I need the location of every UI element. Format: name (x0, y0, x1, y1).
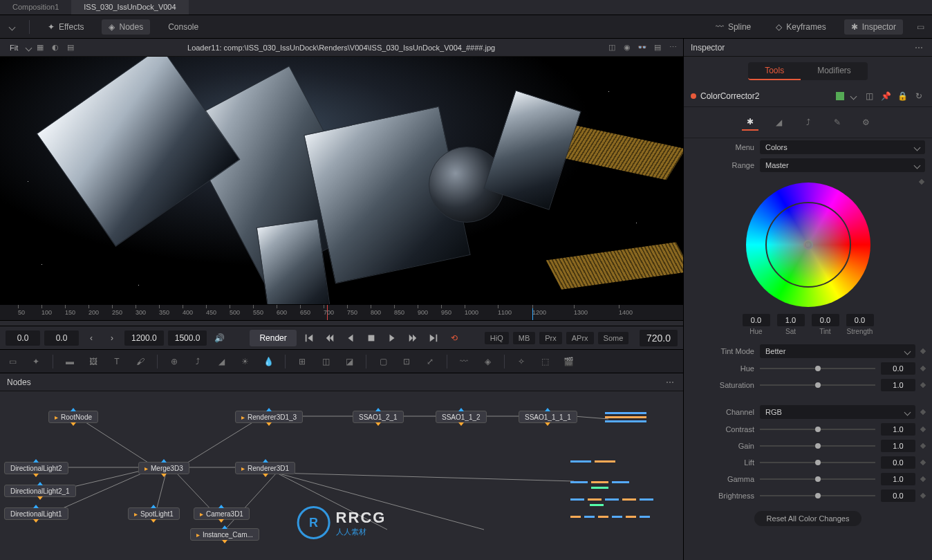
node-dirlight21[interactable]: DirectionalLight2_1 (4, 485, 76, 497)
time-start[interactable]: 0.0 (6, 330, 40, 346)
stereo-icon[interactable]: 👓 (636, 41, 649, 54)
levels-icon[interactable]: ◢ (214, 355, 228, 368)
levels-tab-icon[interactable]: ◢ (771, 114, 787, 131)
bg-tool-icon[interactable]: ▭ (6, 355, 19, 368)
hue-value[interactable]: 0.0 (743, 314, 770, 326)
keyframes-button[interactable]: ◇Keyframes (769, 19, 832, 35)
render3d-icon[interactable]: 🎬 (561, 355, 575, 368)
brightness-value[interactable]: 0.0 (881, 489, 915, 502)
play-button[interactable] (384, 330, 400, 346)
fit-dropdown[interactable]: Fit (4, 42, 24, 53)
gain-key[interactable] (920, 443, 926, 449)
prx-toggle[interactable]: Prx (539, 332, 562, 344)
fastnoise-icon[interactable]: ✦ (29, 355, 43, 368)
snapshot-icon[interactable]: ◉ (621, 41, 633, 54)
hue2-value[interactable]: 0.0 (881, 362, 915, 375)
channel-select[interactable]: RGB (760, 405, 915, 419)
particle-icon[interactable]: ✧ (514, 355, 528, 368)
gamma-key[interactable] (920, 476, 926, 482)
lock-icon[interactable]: 🔒 (896, 90, 908, 102)
console-button[interactable]: Console (161, 19, 205, 35)
brightness-slider[interactable] (760, 495, 875, 496)
view-menu-icon[interactable]: ▤ (651, 41, 664, 54)
tracker-icon[interactable]: ⊕ (167, 355, 181, 368)
node-ssao21[interactable]: SSAO1_2_1 (353, 411, 404, 423)
reset-icon[interactable]: ↻ (913, 90, 925, 102)
curve-icon[interactable]: ⤴ (191, 355, 205, 368)
stop-button[interactable] (363, 330, 380, 346)
tab-file[interactable]: ISS_030_IssUnDock_V004 (71, 0, 188, 15)
matte-icon[interactable]: ▢ (376, 355, 390, 368)
lift-key[interactable] (920, 460, 926, 465)
lift-slider[interactable] (760, 462, 875, 463)
node-dirlight1[interactable]: DirectionalLight1 (4, 507, 68, 520)
supp-tab-icon[interactable]: ✎ (829, 114, 846, 131)
node-enable-dot[interactable] (691, 93, 696, 99)
inspector-button[interactable]: ✱Inspector (844, 19, 903, 35)
rewind-button[interactable] (321, 330, 338, 346)
brush-icon[interactable]: 🖌 (133, 355, 147, 368)
wheel-center[interactable]: M (803, 240, 813, 250)
time-ruler[interactable]: 50 100 150 200 250 300 350 400 450 500 5… (0, 304, 683, 321)
node-spotlight[interactable]: ▸SpotLight1 (128, 507, 180, 520)
mb-toggle[interactable]: MB (513, 332, 536, 344)
ffwd-button[interactable] (404, 330, 421, 346)
channel-key[interactable] (920, 409, 926, 415)
tab-composition[interactable]: Composition1 (0, 0, 71, 15)
contrast-slider[interactable] (760, 429, 875, 430)
options-icon[interactable]: ⋯ (667, 41, 679, 54)
tab-tools[interactable]: Tools (748, 62, 801, 80)
time-out[interactable]: 1500.0 (168, 330, 207, 346)
step-back-button[interactable]: ‹ (83, 330, 100, 346)
menu-select[interactable]: Colors (760, 140, 925, 154)
reset-button[interactable]: Reset All Color Changes (754, 511, 862, 526)
contrast-value[interactable]: 1.0 (881, 423, 915, 436)
audio-icon[interactable]: 🔊 (211, 330, 227, 346)
color-swatch[interactable] (836, 92, 844, 100)
sat-value[interactable]: 1.0 (777, 314, 805, 326)
node-ssao111[interactable]: SSAO1_1_1_1 (519, 411, 577, 423)
goto-end-button[interactable] (425, 330, 442, 346)
viewer[interactable] (0, 57, 683, 304)
effects-button[interactable]: ✦Effects (41, 19, 91, 35)
split-icon[interactable]: ◫ (606, 41, 618, 54)
layout-icon[interactable]: ▭ (914, 21, 926, 33)
xf-icon[interactable]: ◫ (319, 355, 333, 368)
curves-tab-icon[interactable]: ⤴ (800, 114, 817, 131)
hue-slider[interactable] (760, 368, 875, 369)
planar-icon[interactable]: ◈ (481, 355, 494, 368)
node-instance[interactable]: ▸Instance_Cam... (190, 528, 259, 541)
lift-value[interactable]: 0.0 (881, 456, 915, 469)
tintmode-key[interactable] (920, 348, 926, 354)
step-fwd-button[interactable]: › (104, 330, 120, 346)
blur-icon[interactable]: 💧 (261, 355, 275, 368)
settings-tab-icon[interactable]: ⚙ (858, 114, 875, 131)
node-merge3d[interactable]: ▸Merge3D3 (138, 462, 189, 474)
hiq-toggle[interactable]: HiQ (485, 332, 509, 344)
play-back-button[interactable] (342, 330, 359, 346)
grid-icon[interactable]: ▦ (34, 41, 46, 54)
tab-modifiers[interactable]: Modifiers (801, 62, 868, 80)
spline-tool-icon[interactable]: 〰 (457, 355, 471, 368)
time-end[interactable]: 720.0 (640, 330, 678, 346)
nodes-options-icon[interactable]: ⋯ (664, 376, 676, 389)
render-button[interactable]: Render (250, 330, 296, 346)
strength-value[interactable]: 0.0 (846, 314, 874, 326)
tintmode-select[interactable]: Better (760, 344, 915, 358)
satur-value[interactable]: 1.0 (881, 379, 915, 391)
brightness-key[interactable] (920, 493, 926, 498)
crop-icon[interactable]: ⊡ (400, 355, 413, 368)
range-select[interactable]: Master (760, 158, 925, 172)
contrast-key[interactable] (920, 427, 926, 432)
tint-value[interactable]: 0.0 (812, 314, 839, 326)
color-wheel[interactable]: M (746, 183, 870, 307)
img-icon[interactable]: 🖼 (86, 355, 100, 368)
gamma-slider[interactable] (760, 478, 875, 480)
node-renderer13[interactable]: ▸Renderer3D1_3 (235, 411, 303, 423)
spline-button[interactable]: 〰Spline (709, 19, 758, 35)
some-toggle[interactable]: Some (598, 332, 629, 344)
color-tab-icon[interactable]: ✱ (742, 114, 758, 131)
text-icon[interactable]: T (110, 355, 124, 368)
node-ssao12[interactable]: SSAO1_1_2 (436, 411, 487, 423)
merge-icon[interactable]: ⊞ (295, 355, 309, 368)
